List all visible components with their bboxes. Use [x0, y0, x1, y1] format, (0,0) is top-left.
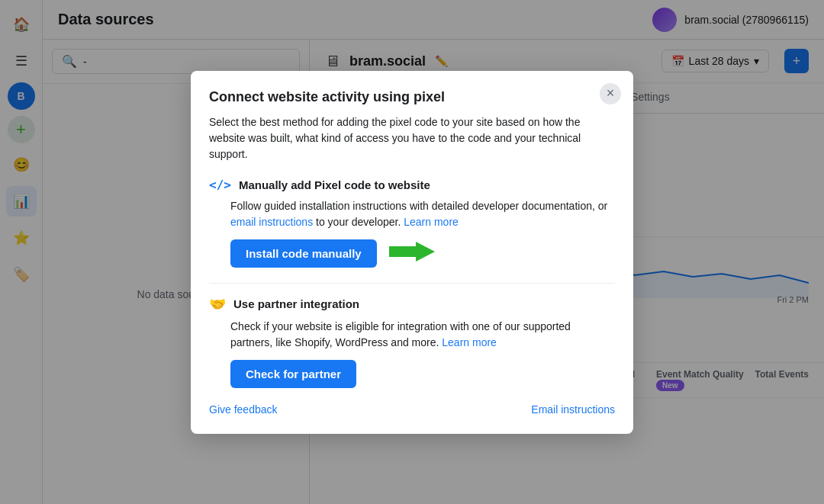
modal: Connect website activity using pixel × S… — [191, 71, 633, 434]
partner-icon: 🤝 — [209, 296, 226, 313]
modal-description: Select the best method for adding the pi… — [209, 114, 615, 162]
email-instructions-link[interactable]: email instructions — [230, 216, 313, 228]
learn-more-link-1[interactable]: Learn more — [404, 216, 459, 228]
method1-title: Manually add Pixel code to website — [239, 178, 430, 191]
check-for-partner-button[interactable]: Check for partner — [230, 360, 356, 388]
method2-title: Use partner integration — [233, 297, 359, 310]
learn-more-link-2[interactable]: Learn more — [442, 336, 497, 348]
divider — [209, 283, 615, 284]
modal-overlay: Connect website activity using pixel × S… — [0, 0, 824, 504]
install-code-manually-button[interactable]: Install code manually — [230, 239, 377, 268]
email-instructions-footer-link[interactable]: Email instructions — [531, 403, 615, 416]
method1-section: </> Manually add Pixel code to website F… — [209, 178, 615, 268]
method1-header: </> Manually add Pixel code to website — [209, 178, 615, 192]
method2-section: 🤝 Use partner integration Check if your … — [209, 296, 615, 388]
svg-marker-0 — [389, 242, 435, 262]
modal-close-button[interactable]: × — [600, 83, 621, 104]
method2-header: 🤝 Use partner integration — [209, 296, 615, 313]
arrow-icon — [389, 240, 435, 266]
modal-title: Connect website activity using pixel — [209, 89, 615, 105]
method2-description: Check if your website is eligible for in… — [230, 319, 615, 351]
give-feedback-link[interactable]: Give feedback — [209, 403, 278, 416]
modal-footer: Give feedback Email instructions — [209, 403, 615, 416]
code-icon: </> — [209, 178, 231, 192]
method1-description: Follow guided installation instructions … — [230, 198, 615, 230]
method1-action: Install code manually — [230, 239, 615, 268]
